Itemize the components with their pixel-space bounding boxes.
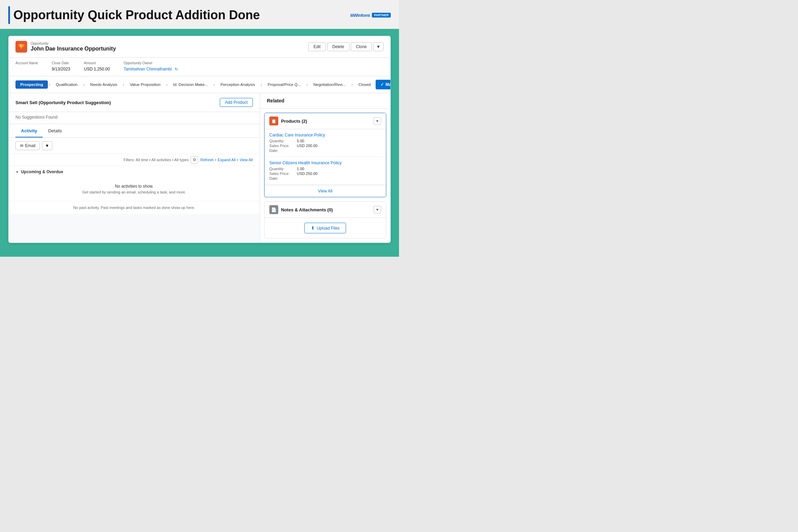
product-1-sales-price: Sales Price: USD 200.00 — [269, 144, 381, 148]
delete-button[interactable]: Delete — [327, 42, 349, 51]
no-activities-sub: Get started by sending an email, schedul… — [15, 190, 253, 194]
record-name: John Dae Insurance Opportunity — [31, 46, 116, 52]
products-header-left: 📋 Products (2) — [269, 117, 307, 125]
products-dropdown-button[interactable]: ▼ — [374, 117, 381, 125]
no-past-activity: No past activity. Past meetings and task… — [9, 201, 260, 214]
stage-sep-4: › — [165, 82, 169, 87]
activity-tabs: Activity Details — [9, 124, 260, 138]
product-1-date-label: Date: — [269, 148, 297, 153]
notes-attachments-card: 📄 Notes & Attachments (0) ▼ ⬆ Upload Fil… — [264, 201, 386, 239]
record-actions: Edit Delete Clone ▼ — [308, 42, 384, 51]
owner-refresh-icon[interactable]: ↻ — [175, 67, 178, 71]
title-bar-decoration — [8, 6, 10, 24]
right-panel: Related 📋 Products (2) ▼ Cardiac Care In… — [260, 93, 390, 243]
mark-complete-button[interactable]: ✓ Mark Stage as Complete — [376, 80, 390, 89]
products-card-header: 📋 Products (2) ▼ — [265, 113, 386, 129]
product-2-quantity-label: Quantity: — [269, 167, 297, 171]
stage-closed[interactable]: Closed — [354, 80, 376, 89]
logo-area: iiiWinfomi PARTNER — [350, 13, 391, 18]
upload-icon: ⬆ — [311, 225, 315, 231]
activity-filter-bar: Filters: All time • All activities • All… — [9, 154, 260, 166]
record-type-icon: 🏆 — [15, 41, 27, 53]
clone-button[interactable]: Clone — [351, 42, 372, 51]
view-all-link[interactable]: View All — [240, 158, 253, 162]
stage-prospecting[interactable]: Prospecting — [15, 80, 48, 89]
notes-card-header: 📄 Notes & Attachments (0) ▼ — [265, 202, 386, 218]
tab-activity[interactable]: Activity — [15, 124, 43, 137]
product-2-name[interactable]: Senior Citizens Health Insurance Policy — [269, 160, 381, 165]
filter-text: Filters: All time • All activities • All… — [123, 158, 188, 162]
activity-section: Activity Details ✉ Email ▼ Filters: All … — [9, 124, 260, 214]
activity-dropdown-button[interactable]: ▼ — [42, 141, 52, 150]
products-card: 📋 Products (2) ▼ Cardiac Care Insurance … — [264, 113, 386, 197]
sf-record-card: 🏆 Opportunity John Dae Insurance Opportu… — [8, 36, 391, 243]
stage-value-proposition[interactable]: Value Proposition — [125, 80, 165, 89]
notes-dropdown-button[interactable]: ▼ — [374, 206, 381, 213]
stage-sep-6: › — [260, 82, 263, 87]
main-content: 🏆 Opportunity John Dae Insurance Opportu… — [0, 29, 399, 257]
owner-link[interactable]: Tamilselvan Chinnathambi — [123, 67, 172, 71]
upcoming-header[interactable]: ▼ Upcoming & Overdue — [15, 169, 253, 174]
expand-all-link[interactable]: Expand All — [218, 158, 236, 162]
product-2-quantity: Quantity: 1.00 — [269, 167, 381, 171]
product-1-name[interactable]: Cardiac Care Insurance Policy — [269, 133, 381, 137]
stage-qualification[interactable]: Qualification — [51, 80, 82, 89]
stage-perception[interactable]: Perception Analysis — [216, 80, 260, 89]
no-activities-text: No activities to show. — [15, 184, 253, 189]
upload-files-button[interactable]: ⬆ Upload Files — [304, 223, 346, 233]
smart-sell-empty: No Suggestions Found — [9, 112, 260, 124]
separator-1: • — [215, 158, 216, 162]
upcoming-label: Upcoming & Overdue — [21, 169, 63, 174]
products-view-all-link[interactable]: View All — [265, 185, 386, 197]
record-title-block: Opportunity John Dae Insurance Opportuni… — [31, 42, 116, 52]
email-icon: ✉ — [20, 143, 23, 148]
add-product-button[interactable]: Add Product — [220, 98, 253, 107]
tab-details[interactable]: Details — [43, 124, 67, 137]
stage-sep-3: › — [122, 82, 125, 87]
amount-field: Amount USD 1,250.00 — [84, 61, 110, 72]
upcoming-chevron-icon: ▼ — [15, 170, 19, 174]
stage-sep-2: › — [82, 82, 85, 87]
refresh-link[interactable]: Refresh — [200, 158, 214, 162]
products-icon: 📋 — [269, 117, 278, 125]
stage-sep-1: › — [48, 82, 51, 87]
product-2-price-value: USD 250.00 — [297, 171, 317, 176]
stage-proposal[interactable]: Proposal/Price Q... — [263, 80, 306, 89]
account-name-label: Account Name — [15, 61, 38, 65]
product-2-date-label: Date: — [269, 176, 297, 180]
filter-settings-icon[interactable]: ⚙ — [191, 156, 198, 164]
stage-sep-5: › — [213, 82, 216, 87]
owner-field: Opportunity Owner Tamilselvan Chinnatham… — [123, 61, 178, 72]
page-title-area: Opportunity Quick Product Addition Done — [8, 6, 260, 24]
product-2-quantity-value: 1.00 — [297, 167, 304, 171]
product-2-date: Date: — [269, 176, 381, 180]
product-1-price-value: USD 200.00 — [297, 144, 317, 148]
product-1-quantity: Quantity: 5.00 — [269, 139, 381, 143]
record-title-group: 🏆 Opportunity John Dae Insurance Opportu… — [15, 41, 116, 53]
notes-title: Notes & Attachments (0) — [281, 207, 333, 212]
upload-area: ⬆ Upload Files — [265, 218, 386, 238]
stage-id-decision[interactable]: Id. Decision Make... — [168, 80, 213, 89]
close-date-value: 9/13/2023 — [52, 67, 70, 71]
product-1-quantity-label: Quantity: — [269, 139, 297, 143]
amount-label: Amount — [84, 61, 110, 65]
smart-sell-title: Smart Sell (Opportunity Product Suggesti… — [15, 100, 111, 105]
email-button[interactable]: ✉ Email — [15, 141, 40, 150]
related-header: Related — [260, 93, 390, 109]
stage-needs-analysis[interactable]: Needs Analysis — [85, 80, 122, 89]
actions-dropdown-button[interactable]: ▼ — [373, 42, 384, 51]
separator-2: • — [237, 158, 238, 162]
upcoming-section: ▼ Upcoming & Overdue No activities to sh… — [9, 166, 260, 201]
activity-filter-links: Refresh • Expand All • View All — [200, 158, 253, 162]
product-2-sales-price: Sales Price: USD 250.00 — [269, 171, 381, 176]
record-meta: Account Name Close Date 9/13/2023 Amount… — [9, 58, 390, 76]
close-date-field: Close Date 9/13/2023 — [52, 61, 70, 72]
no-activities-area: No activities to show. Get started by se… — [15, 177, 253, 198]
close-date-label: Close Date — [52, 61, 70, 65]
stage-negotiation[interactable]: Negotiation/Revi... — [309, 80, 351, 89]
product-item-2: Senior Citizens Health Insurance Policy … — [265, 157, 386, 185]
left-panel: Smart Sell (Opportunity Product Suggesti… — [9, 93, 260, 243]
activity-toolbar: ✉ Email ▼ — [9, 138, 260, 154]
smart-sell-section: Smart Sell (Opportunity Product Suggesti… — [9, 93, 260, 112]
edit-button[interactable]: Edit — [308, 42, 326, 51]
